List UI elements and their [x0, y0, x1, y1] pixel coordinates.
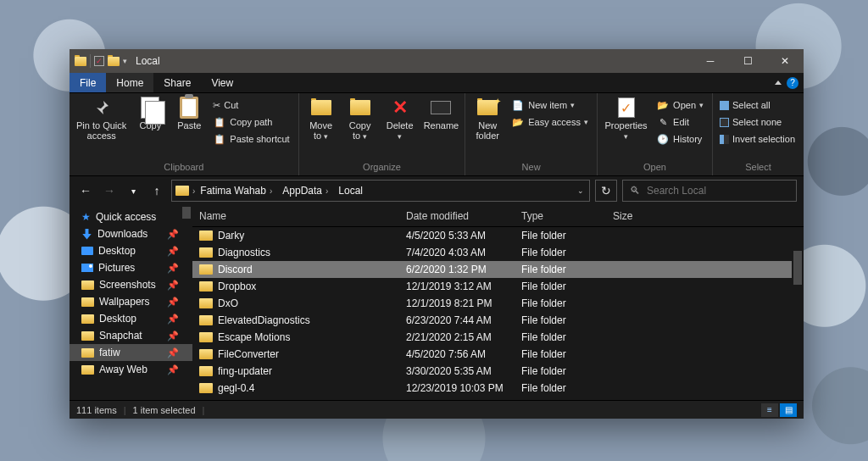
- edit-button[interactable]: ✎Edit: [653, 114, 707, 131]
- download-icon: [81, 229, 92, 240]
- vertical-scrollbar[interactable]: [792, 227, 804, 400]
- table-row[interactable]: Discord6/2/2020 1:32 PMFile folder: [192, 261, 804, 278]
- table-row[interactable]: DxO12/1/2019 8:21 PMFile folder: [192, 295, 804, 312]
- sidebar-item[interactable]: Pictures📌: [70, 259, 192, 276]
- col-name[interactable]: Name: [199, 210, 406, 222]
- file-name: Diagnostics: [218, 247, 270, 258]
- qat-properties-icon[interactable]: ✓: [94, 56, 104, 66]
- details-view-button[interactable]: ≡: [761, 403, 778, 417]
- tab-view[interactable]: View: [201, 73, 243, 92]
- address-bar[interactable]: › Fatima Wahab› AppData› Local ⌄: [171, 180, 590, 202]
- copy-path-button[interactable]: 📋Copy path: [209, 114, 292, 131]
- file-rows[interactable]: Darky4/5/2020 5:33 AMFile folderDiagnost…: [192, 227, 804, 400]
- tab-home[interactable]: Home: [106, 73, 153, 92]
- folder-icon: [199, 383, 213, 393]
- sidebar-item[interactable]: fatiw📌: [70, 344, 192, 361]
- col-size[interactable]: Size: [613, 210, 804, 222]
- file-type: File folder: [521, 365, 613, 377]
- table-row[interactable]: ElevatedDiagnostics6/23/2020 7:44 AMFile…: [192, 312, 804, 329]
- titlebar[interactable]: ✓ ▾ Local ─ ☐ ✕: [70, 49, 804, 73]
- sidebar-scrollbar[interactable]: [181, 205, 192, 400]
- easy-access-button[interactable]: 📂Easy access ▾: [508, 114, 592, 131]
- pin-icon: 📌: [167, 364, 179, 375]
- table-row[interactable]: gegl-0.412/23/2019 10:03 PMFile folder: [192, 380, 804, 397]
- group-open-label: Open: [601, 162, 709, 175]
- large-icons-view-button[interactable]: ▤: [780, 403, 797, 417]
- address-dropdown-icon[interactable]: ⌄: [572, 181, 589, 201]
- table-row[interactable]: Escape Motions2/21/2020 2:15 AMFile fold…: [192, 329, 804, 346]
- rename-button[interactable]: Rename: [421, 95, 462, 132]
- pin-icon: 📌: [167, 314, 179, 325]
- copy-button[interactable]: Copy: [131, 95, 169, 132]
- cut-button[interactable]: ✂Cut: [209, 97, 292, 114]
- copy-to-button[interactable]: Copy to ▾: [342, 95, 379, 143]
- table-row[interactable]: Diagnostics7/4/2020 4:03 AMFile folder: [192, 244, 804, 261]
- window-title: Local: [136, 55, 160, 67]
- help-icon[interactable]: ?: [787, 77, 798, 89]
- column-headers[interactable]: Name Date modified Type Size: [192, 205, 804, 227]
- close-button[interactable]: ✕: [766, 49, 804, 73]
- navigation-pane[interactable]: ★ Quick access Downloads📌Desktop📌Picture…: [70, 205, 192, 400]
- file-date: 4/5/2020 7:56 AM: [406, 348, 521, 360]
- breadcrumb-seg[interactable]: Local: [333, 181, 368, 201]
- recent-locations-button[interactable]: ▾: [124, 181, 142, 200]
- minimize-button[interactable]: ─: [692, 49, 729, 73]
- pin-to-quick-access-button[interactable]: Pin to Quick access: [73, 95, 130, 142]
- sidebar-item-label: Away Web: [99, 364, 147, 375]
- refresh-button[interactable]: ↻: [595, 180, 617, 202]
- file-date: 12/1/2019 3:12 AM: [406, 280, 521, 292]
- file-date: 7/4/2020 4:03 AM: [406, 247, 521, 258]
- open-button[interactable]: 📂Open ▾: [653, 97, 707, 114]
- new-item-button[interactable]: 📄New item ▾: [508, 97, 592, 114]
- file-date: 6/2/2020 1:32 PM: [406, 264, 521, 275]
- table-row[interactable]: fing-updater3/30/2020 5:35 AMFile folder: [192, 363, 804, 380]
- new-folder-button[interactable]: ✦ New folder: [469, 95, 506, 142]
- tab-file[interactable]: File: [70, 73, 106, 92]
- col-type[interactable]: Type: [521, 210, 613, 222]
- sidebar-item[interactable]: Screenshots📌: [70, 276, 192, 293]
- file-type: File folder: [521, 247, 613, 258]
- folder-icon: [199, 315, 213, 325]
- breadcrumb-seg[interactable]: Fatima Wahab›: [195, 181, 277, 201]
- properties-button[interactable]: ✓ Properties ▾: [601, 95, 651, 143]
- sidebar-item[interactable]: Wallpapers📌: [70, 293, 192, 310]
- file-type: File folder: [521, 230, 613, 242]
- folder-icon: [81, 365, 94, 375]
- tab-share[interactable]: Share: [153, 73, 201, 92]
- table-row[interactable]: FileConverter4/5/2020 7:56 AMFile folder: [192, 346, 804, 363]
- sidebar-item[interactable]: Desktop📌: [70, 310, 192, 327]
- history-button[interactable]: 🕑History: [653, 131, 707, 147]
- paste-shortcut-button[interactable]: 📋Paste shortcut: [209, 131, 292, 147]
- paste-button[interactable]: Paste: [170, 95, 208, 132]
- search-input[interactable]: [647, 185, 789, 197]
- collapse-ribbon-icon[interactable]: [775, 81, 782, 85]
- table-row[interactable]: Dropbox12/1/2019 3:12 AMFile folder: [192, 278, 804, 295]
- pin-icon: 📌: [167, 347, 179, 358]
- file-date: 4/5/2020 5:33 AM: [406, 230, 521, 242]
- invert-selection-button[interactable]: Invert selection: [716, 131, 798, 147]
- group-organize-label: Organize: [303, 162, 462, 175]
- sidebar-item[interactable]: Downloads📌: [70, 225, 192, 242]
- group-clipboard-label: Clipboard: [73, 162, 295, 175]
- move-to-button[interactable]: Move to ▾: [303, 95, 340, 143]
- select-all-button[interactable]: Select all: [716, 97, 798, 114]
- back-button[interactable]: ←: [76, 181, 95, 200]
- search-box[interactable]: 🔍︎: [622, 180, 797, 202]
- file-type: File folder: [521, 314, 613, 326]
- col-date[interactable]: Date modified: [406, 210, 521, 222]
- file-list-pane: Name Date modified Type Size Darky4/5/20…: [192, 205, 804, 400]
- group-new-label: New: [469, 162, 593, 175]
- qat-newfolder-icon[interactable]: [108, 57, 120, 66]
- sidebar-item[interactable]: Away Web📌: [70, 361, 192, 378]
- delete-button[interactable]: ✕ Delete ▾: [381, 95, 420, 143]
- select-none-button[interactable]: Select none: [716, 114, 798, 131]
- qat-customize-icon[interactable]: ▾: [123, 57, 127, 65]
- sidebar-item[interactable]: Snapchat📌: [70, 327, 192, 344]
- table-row[interactable]: Darky4/5/2020 5:33 AMFile folder: [192, 227, 804, 244]
- breadcrumb-seg[interactable]: AppData›: [277, 181, 333, 201]
- forward-button[interactable]: →: [100, 181, 119, 200]
- sidebar-quick-access[interactable]: ★ Quick access: [70, 208, 192, 225]
- sidebar-item[interactable]: Desktop📌: [70, 242, 192, 259]
- maximize-button[interactable]: ☐: [729, 49, 766, 73]
- up-button[interactable]: ↑: [147, 181, 166, 200]
